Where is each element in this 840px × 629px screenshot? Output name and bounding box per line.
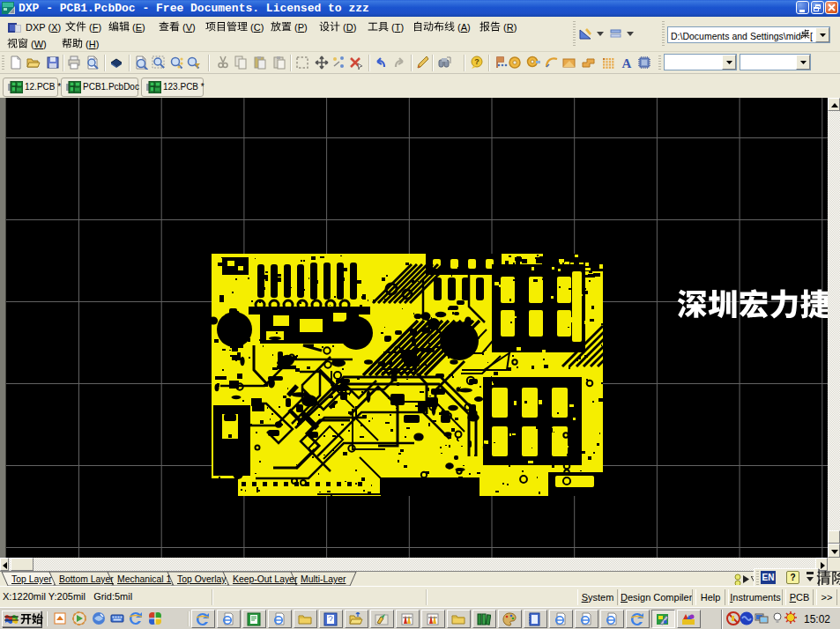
svg-text:?: ? bbox=[474, 57, 479, 66]
svg-text:A: A bbox=[622, 56, 632, 70]
